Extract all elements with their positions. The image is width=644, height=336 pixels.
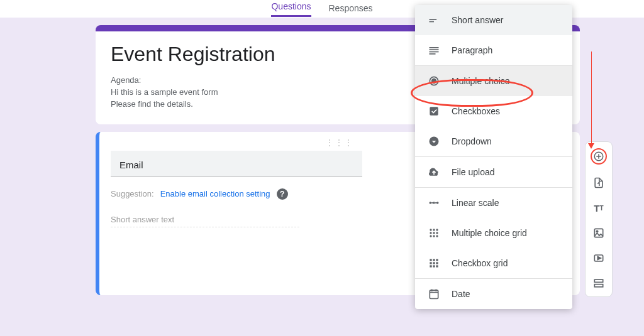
menu-label: Paragraph [452, 45, 492, 55]
radio-icon [428, 75, 440, 87]
svg-rect-28 [433, 262, 435, 264]
short-answer-placeholder: Short answer text [111, 215, 299, 227]
svg-point-17 [436, 229, 438, 230]
svg-point-20 [436, 232, 438, 234]
menu-dropdown[interactable]: Dropdown [415, 126, 572, 156]
svg-rect-40 [594, 229, 602, 237]
annotation-arrow-line [591, 51, 592, 144]
menu-mc-grid[interactable]: Multiple choice grid [415, 218, 572, 248]
svg-rect-33 [430, 290, 438, 298]
question-type-menu: Short answer Paragraph Multiple choice C… [415, 5, 572, 309]
svg-rect-8 [430, 107, 438, 115]
menu-multiple-choice[interactable]: Multiple choice [415, 66, 572, 96]
menu-cb-grid[interactable]: Checkbox grid [415, 248, 572, 278]
svg-point-19 [433, 232, 435, 234]
cloud-upload-icon [428, 166, 440, 178]
dropdown-icon [428, 135, 440, 148]
import-questions-button[interactable] [592, 176, 606, 190]
svg-rect-45 [594, 285, 602, 287]
menu-label: Short answer [452, 15, 503, 25]
svg-point-23 [436, 235, 438, 237]
svg-marker-43 [597, 257, 601, 260]
menu-linear-scale[interactable]: Linear scale [415, 188, 572, 218]
menu-checkboxes[interactable]: Checkboxes [415, 96, 572, 126]
menu-label: Multiple choice grid [452, 228, 527, 238]
svg-rect-32 [436, 265, 438, 267]
menu-label: Dropdown [452, 136, 492, 146]
svg-rect-0 [430, 19, 437, 20]
svg-rect-5 [430, 53, 436, 55]
svg-rect-25 [433, 259, 435, 261]
menu-paragraph[interactable]: Paragraph [415, 35, 572, 65]
menu-label: File upload [452, 167, 495, 177]
question-title-input[interactable]: Email [111, 151, 362, 177]
svg-point-10 [430, 202, 431, 203]
svg-rect-3 [430, 49, 439, 50]
svg-point-22 [433, 235, 435, 237]
add-title-button[interactable]: TT [592, 201, 606, 215]
svg-rect-29 [436, 262, 438, 264]
svg-point-41 [596, 230, 598, 232]
svg-rect-27 [430, 262, 431, 264]
suggestion-label: Suggestion: [111, 189, 154, 198]
svg-rect-31 [433, 265, 435, 267]
mc-grid-icon [428, 227, 440, 239]
menu-date[interactable]: Date [415, 279, 572, 309]
side-toolbar: TT [585, 141, 613, 297]
short-answer-icon [428, 14, 440, 26]
menu-label: Date [452, 289, 470, 299]
svg-point-21 [430, 235, 431, 237]
question-title-text: Email [119, 160, 353, 170]
paragraph-icon [428, 44, 440, 57]
svg-point-12 [433, 202, 435, 203]
tab-questions[interactable]: Questions [271, 1, 311, 17]
svg-point-18 [430, 232, 431, 234]
menu-label: Linear scale [452, 198, 499, 208]
svg-point-15 [430, 229, 431, 230]
svg-point-7 [432, 79, 436, 84]
linear-scale-icon [428, 197, 440, 209]
svg-rect-24 [430, 259, 431, 261]
checkbox-icon [428, 105, 440, 117]
svg-rect-1 [430, 21, 435, 23]
help-icon[interactable]: ? [277, 188, 288, 200]
svg-point-16 [433, 229, 435, 230]
cb-grid-icon [428, 257, 440, 269]
menu-short-answer[interactable]: Short answer [415, 5, 572, 35]
svg-rect-30 [430, 265, 431, 267]
svg-rect-26 [436, 259, 438, 261]
tab-responses[interactable]: Responses [329, 3, 373, 17]
svg-point-14 [436, 202, 438, 203]
svg-rect-4 [430, 51, 439, 53]
enable-email-collection-link[interactable]: Enable email collection setting [160, 189, 270, 198]
menu-label: Checkbox grid [452, 258, 508, 268]
add-question-button[interactable] [591, 148, 607, 165]
add-image-button[interactable] [592, 226, 606, 240]
menu-label: Checkboxes [452, 106, 500, 116]
svg-rect-2 [430, 47, 439, 48]
calendar-icon [428, 288, 440, 300]
menu-label: Multiple choice [452, 76, 510, 86]
svg-rect-44 [594, 279, 602, 282]
add-video-button[interactable] [592, 251, 606, 265]
add-section-button[interactable] [592, 276, 606, 290]
menu-file-upload[interactable]: File upload [415, 157, 572, 187]
